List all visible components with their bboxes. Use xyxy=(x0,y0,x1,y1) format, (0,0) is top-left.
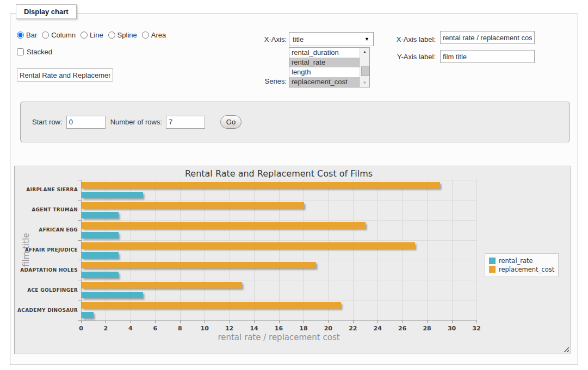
gridline-horizontal xyxy=(82,260,477,260)
bar-rental_rate-african-egg xyxy=(82,232,119,239)
x-tick-label: 2 xyxy=(98,325,113,332)
chart-type-radio-column[interactable] xyxy=(42,32,49,39)
chart-panel: Rental Rate and Replacement Cost of Film… xyxy=(14,166,571,354)
gridline-vertical xyxy=(427,180,428,320)
start-row-input[interactable] xyxy=(66,116,106,129)
scroll-down-icon[interactable]: ▼ xyxy=(360,79,369,87)
page: Display chart BarColumnLineSplineArea St… xyxy=(0,0,588,370)
legend-swatch-icon xyxy=(489,258,496,264)
x-tick-label: 28 xyxy=(420,325,434,332)
legend-item-replacement_cost[interactable]: replacement_cost xyxy=(489,266,554,273)
x-tick xyxy=(353,321,354,323)
bar-rental_rate-affair-prejudice xyxy=(82,252,119,259)
series-option-rental_duration[interactable]: rental_duration xyxy=(289,48,360,58)
bar-rental_rate-airplane-sierra xyxy=(82,192,143,198)
gridline-horizontal xyxy=(82,300,477,300)
bar-replacement_cost-ace-goldfinger xyxy=(82,282,242,289)
scrollbar-thumb[interactable] xyxy=(361,66,369,76)
chart-type-option-area[interactable]: Area xyxy=(142,31,166,39)
x-axis-label-input[interactable] xyxy=(440,31,535,44)
x-tick-label: 14 xyxy=(247,325,261,332)
x-tick-label: 24 xyxy=(370,325,385,332)
stacked-checkbox[interactable] xyxy=(17,48,24,55)
chart-type-radio-bar[interactable] xyxy=(17,32,24,39)
x-tick xyxy=(377,321,378,323)
x-tick-label: 22 xyxy=(346,325,360,332)
gridline-horizontal xyxy=(82,180,477,180)
gridline-vertical xyxy=(328,180,329,320)
chart-type-option-spline[interactable]: Spline xyxy=(108,31,137,39)
chart-legend: rental_ratereplacement_cost xyxy=(485,253,559,277)
y-axis-label-label: Y-Axis label: xyxy=(385,53,436,61)
x-tick xyxy=(230,321,230,323)
bar-rental_rate-academy-dinosaur xyxy=(82,312,94,318)
category-label: AFFAIR PREJUDICE xyxy=(15,247,81,253)
gridline-vertical xyxy=(205,180,205,320)
category-label: AGENT TRUMAN xyxy=(15,206,81,213)
x-tick xyxy=(403,321,403,323)
x-tick xyxy=(476,321,477,323)
bar-replacement_cost-affair-prejudice xyxy=(82,242,415,249)
series-listbox[interactable]: rental_durationrental_ratelengthreplacem… xyxy=(289,47,370,87)
chart-type-option-bar[interactable]: Bar xyxy=(17,31,37,39)
y-tick xyxy=(78,300,81,300)
bar-rental_rate-agent-truman xyxy=(82,212,119,218)
chart-type-radio-label: Bar xyxy=(26,31,37,39)
x-tick-label: 26 xyxy=(395,325,410,332)
gridline-vertical xyxy=(353,180,354,320)
bar-replacement_cost-adaptation-holes xyxy=(82,262,316,268)
scroll-up-icon[interactable]: ▲ xyxy=(360,48,369,56)
go-button[interactable]: Go xyxy=(220,115,242,129)
chart-type-radio-spline[interactable] xyxy=(108,32,115,39)
chart-type-option-line[interactable]: Line xyxy=(81,31,103,39)
x-tick xyxy=(205,321,205,323)
category-label: ADAPTATION HOLES xyxy=(15,267,81,273)
chart-type-radio-area[interactable] xyxy=(142,32,149,39)
category-label: AIRPLANE SIERRA xyxy=(15,186,81,193)
x-tick-label: 20 xyxy=(321,325,335,332)
resize-grip-icon[interactable] xyxy=(562,346,569,352)
stacked-label: Stacked xyxy=(27,48,52,56)
series-option-replacement_cost[interactable]: replacement_cost xyxy=(289,77,360,87)
x-tick-label: 12 xyxy=(222,325,237,332)
category-label: AFRICAN EGG xyxy=(15,227,81,233)
gridline-vertical xyxy=(131,180,131,320)
x-tick xyxy=(254,321,255,323)
x-tick-label: 10 xyxy=(197,325,212,332)
series-list-label: Series: xyxy=(244,77,287,86)
y-tick xyxy=(78,200,81,200)
gridline-vertical xyxy=(254,180,255,320)
bar-rental_rate-adaptation-holes xyxy=(82,272,119,278)
row-controls-panel: Start row: Number of rows: Go xyxy=(20,102,570,142)
chart-title-input[interactable] xyxy=(17,68,113,81)
stacked-option[interactable]: Stacked xyxy=(17,48,52,56)
x-axis-label-label: X-Axis label: xyxy=(385,35,436,44)
legend-label: rental_rate xyxy=(499,257,533,265)
legend-label: replacement_cost xyxy=(499,266,554,273)
series-option-rental_rate[interactable]: rental_rate xyxy=(289,58,360,67)
chart-type-radio-line[interactable] xyxy=(81,32,88,39)
x-tick xyxy=(452,321,453,323)
bar-replacement_cost-academy-dinosaur xyxy=(82,302,341,309)
series-option-length[interactable]: length xyxy=(289,67,360,77)
chart-type-option-column[interactable]: Column xyxy=(42,31,76,39)
legend-swatch-icon xyxy=(489,266,496,273)
chart-type-radio-label: Area xyxy=(151,31,166,39)
x-tick-label: 8 xyxy=(173,325,187,332)
gridline-horizontal xyxy=(82,200,477,200)
chevron-down-icon: ▼ xyxy=(364,36,373,42)
category-label: ACE GOLDFINGER xyxy=(15,287,81,293)
legend-item-rental_rate[interactable]: rental_rate xyxy=(489,257,554,265)
series-scrollbar[interactable]: ▲ ▼ xyxy=(360,48,369,87)
fieldset-legend: Display chart xyxy=(16,4,77,19)
x-tick xyxy=(304,321,304,323)
chart-type-radio-label: Column xyxy=(51,31,76,39)
bar-rental_rate-ace-goldfinger xyxy=(82,292,143,298)
start-row-label: Start row: xyxy=(32,118,63,126)
x-tick-label: 4 xyxy=(123,325,138,332)
y-axis-label-input[interactable] xyxy=(440,50,535,63)
x-axis-select[interactable]: title ▼ xyxy=(289,32,374,46)
y-tick xyxy=(78,220,81,221)
gridline-vertical xyxy=(230,180,230,320)
number-of-rows-input[interactable] xyxy=(166,116,205,129)
